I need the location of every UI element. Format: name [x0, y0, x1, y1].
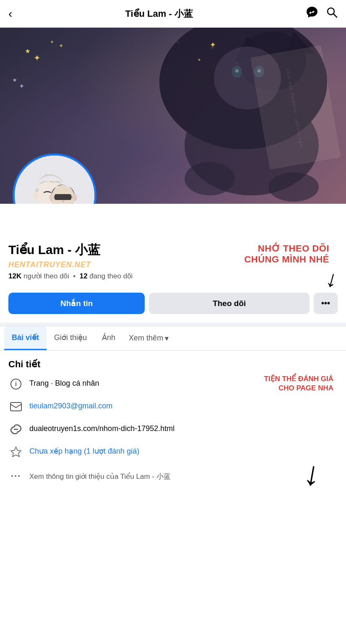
detail-row-rating: Chưa xếp hạng (1 lượt đánh giá) — [8, 444, 338, 460]
details-section: Chi tiết i Trang · Blog cá nhân TIỆN THỂ… — [0, 351, 346, 492]
svg-rect-31 — [10, 402, 21, 411]
email-icon — [8, 399, 23, 414]
profile-section: Tiểu Lam - 小蓝 HENTAITRUYEN.NET 12K người… — [0, 204, 346, 314]
tab-posts[interactable]: Bài viết — [4, 326, 47, 350]
tab-more[interactable]: Xem thêm ▾ — [123, 327, 174, 350]
followers-count: 12K — [8, 272, 21, 280]
following-count: 12 — [80, 272, 88, 280]
svg-line-1 — [333, 14, 337, 18]
promo-line2: CHÚNG MÌNH NHÉ — [244, 254, 329, 265]
rating-text[interactable]: Chưa xếp hạng (1 lượt đánh giá) — [29, 444, 139, 457]
more-info-text: Xem thông tin giới thiệu của Tiểu Lam - … — [29, 472, 171, 481]
star-icon — [8, 444, 23, 460]
svg-point-27 — [49, 194, 54, 201]
watermark: HENTAITRUYEN.NET — [8, 260, 133, 269]
message-button[interactable]: Nhắn tin — [8, 293, 145, 314]
profile-pic-wrapper — [13, 153, 96, 204]
top-nav: ‹ Tiểu Lam - 小蓝 — [0, 0, 346, 28]
tab-about[interactable]: Giới thiệu — [47, 326, 94, 350]
action-buttons: Nhắn tin Theo dõi ••• — [8, 293, 338, 314]
email-text[interactable]: tieulam2903@gmail.com — [29, 399, 112, 411]
detail-row-email: tieulam2903@gmail.com — [8, 399, 338, 414]
details-title: Chi tiết — [8, 359, 338, 370]
back-button[interactable]: ‹ — [8, 7, 12, 21]
svg-marker-33 — [11, 447, 21, 457]
link-icon — [8, 422, 23, 437]
promo-rate-text: TIỆN THỂ ĐÁNH GIÁ CHO PAGE NHA — [264, 374, 333, 393]
svg-point-7 — [185, 162, 235, 195]
ellipsis-icon: ··· — [8, 469, 23, 484]
tab-more-label: Xem thêm — [129, 334, 163, 343]
search-icon[interactable] — [326, 6, 338, 21]
chevron-down-icon: ▾ — [165, 334, 169, 343]
svg-point-8 — [268, 172, 319, 202]
tab-bar: Bài viết Giới thiệu Ảnh Xem thêm ▾ — [0, 326, 346, 351]
follow-button[interactable]: Theo dõi — [149, 293, 310, 314]
profile-avatar[interactable] — [13, 153, 96, 204]
svg-point-20 — [33, 192, 39, 199]
messenger-icon[interactable] — [306, 6, 318, 21]
svg-rect-24 — [55, 194, 71, 200]
info-icon: i — [8, 377, 23, 392]
profile-name: Tiểu Lam - 小蓝 — [8, 242, 133, 259]
website-text[interactable]: dualeotruyen1s.com/nhom-dich-17952.html — [29, 422, 174, 434]
detail-row-more-info[interactable]: ··· Xem thông tin giới thiệu của Tiểu La… — [8, 467, 338, 484]
detail-row-website: dualeotruyen1s.com/nhom-dich-17952.html — [8, 422, 338, 437]
tab-photos[interactable]: Ảnh — [94, 326, 123, 350]
promo-line1: NHỚ THEO DÕI — [244, 243, 329, 254]
promo-text: NHỚ THEO DÕI CHÚNG MÌNH NHÉ — [244, 243, 329, 265]
followers-label: người theo dõi — [23, 272, 69, 280]
profile-info-container: Tiểu Lam - 小蓝 HENTAITRUYEN.NET 12K người… — [8, 242, 338, 314]
page-title: Tiểu Lam - 小蓝 — [125, 8, 193, 20]
arrow-follow: ↓ — [324, 267, 340, 291]
following-label: đang theo dõi — [89, 272, 133, 280]
cover-photo: tiểu thuyết · pudding sóa dịch ✦ ✦ ✦ ✦ ✦ — [0, 28, 346, 204]
detail-row-rating-wrapper: Chưa xếp hạng (1 lượt đánh giá) ↓ — [8, 444, 338, 460]
svg-point-28 — [72, 194, 77, 201]
svg-text:i: i — [15, 381, 17, 387]
nav-icons — [306, 6, 338, 21]
arrow-rating: ↓ — [301, 456, 323, 492]
svg-point-0 — [328, 8, 334, 15]
svg-point-12 — [235, 69, 239, 73]
page-type: Trang · Blog cá nhân — [29, 377, 99, 389]
detail-row-page: i Trang · Blog cá nhân TIỆN THỂ ĐÁNH GIÁ… — [8, 377, 338, 392]
divider-1 — [0, 322, 346, 326]
more-button[interactable]: ••• — [314, 293, 338, 314]
follower-info: 12K người theo dõi • 12 đang theo dõi — [8, 272, 133, 280]
